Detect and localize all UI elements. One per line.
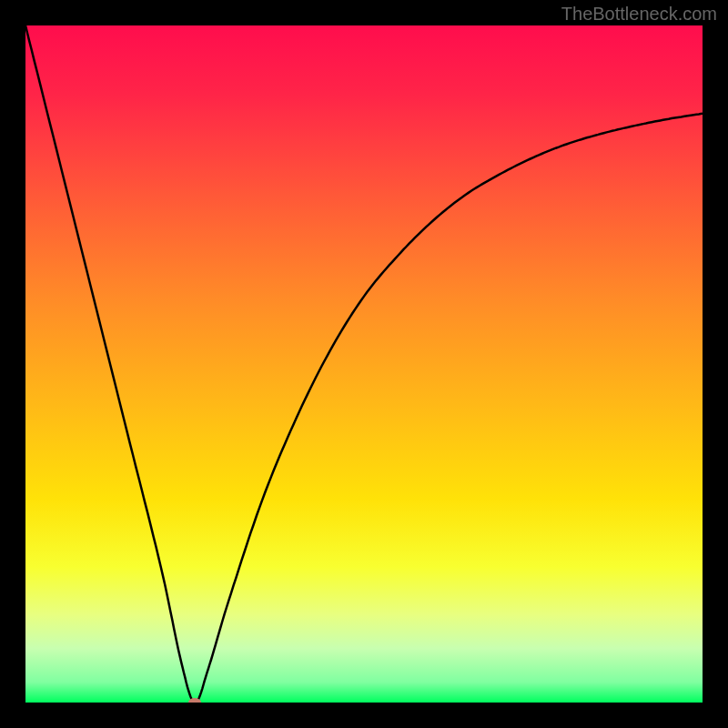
watermark-text: TheBottleneck.com	[561, 4, 717, 25]
bottleneck-curve	[25, 25, 703, 703]
chart-container: TheBottleneck.com	[0, 0, 728, 728]
plot-area	[25, 25, 703, 703]
optimal-point-marker	[188, 698, 201, 703]
